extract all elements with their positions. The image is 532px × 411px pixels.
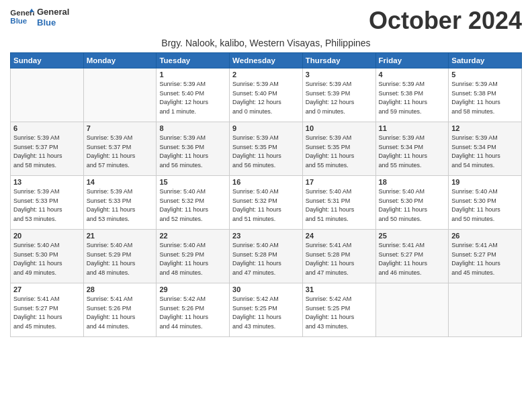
header-cell-thursday: Thursday — [302, 53, 375, 68]
week-row-5: 27Sunrise: 5:41 AM Sunset: 5:27 PM Dayli… — [11, 283, 522, 337]
day-number: 30 — [232, 285, 300, 293]
day-cell: 2Sunrise: 5:39 AM Sunset: 5:40 PM Daylig… — [230, 68, 303, 122]
day-info: Sunrise: 5:39 AM Sunset: 5:35 PM Dayligh… — [232, 134, 300, 170]
header: General Blue General Blue October 2024 — [10, 7, 522, 35]
header-cell-tuesday: Tuesday — [157, 53, 230, 68]
day-info: Sunrise: 5:39 AM Sunset: 5:39 PM Dayligh… — [306, 80, 373, 116]
day-cell: 27Sunrise: 5:41 AM Sunset: 5:27 PM Dayli… — [11, 283, 84, 337]
day-cell: 15Sunrise: 5:40 AM Sunset: 5:32 PM Dayli… — [157, 176, 230, 230]
day-cell — [11, 68, 84, 122]
day-cell: 11Sunrise: 5:39 AM Sunset: 5:34 PM Dayli… — [375, 122, 449, 176]
week-row-2: 6Sunrise: 5:39 AM Sunset: 5:37 PM Daylig… — [11, 122, 522, 176]
logo-text-blue: Blue — [37, 17, 69, 28]
week-row-3: 13Sunrise: 5:39 AM Sunset: 5:33 PM Dayli… — [11, 176, 522, 230]
day-cell: 19Sunrise: 5:40 AM Sunset: 5:30 PM Dayli… — [449, 176, 522, 230]
day-cell: 24Sunrise: 5:41 AM Sunset: 5:28 PM Dayli… — [302, 230, 375, 283]
day-number: 20 — [13, 232, 81, 240]
day-number: 8 — [159, 124, 226, 132]
day-info: Sunrise: 5:39 AM Sunset: 5:35 PM Dayligh… — [306, 134, 373, 170]
month-title: October 2024 — [369, 7, 522, 35]
day-number: 2 — [232, 71, 300, 79]
day-cell — [83, 68, 157, 122]
day-cell: 4Sunrise: 5:39 AM Sunset: 5:38 PM Daylig… — [375, 68, 449, 122]
day-cell: 7Sunrise: 5:39 AM Sunset: 5:37 PM Daylig… — [83, 122, 157, 176]
day-cell: 23Sunrise: 5:40 AM Sunset: 5:28 PM Dayli… — [230, 230, 303, 283]
logo: General Blue General Blue — [10, 7, 69, 28]
day-cell: 26Sunrise: 5:41 AM Sunset: 5:27 PM Dayli… — [449, 230, 522, 283]
day-info: Sunrise: 5:39 AM Sunset: 5:33 PM Dayligh… — [13, 187, 81, 224]
day-number: 4 — [379, 71, 446, 79]
day-info: Sunrise: 5:42 AM Sunset: 5:26 PM Dayligh… — [159, 295, 226, 331]
day-info: Sunrise: 5:40 AM Sunset: 5:30 PM Dayligh… — [379, 187, 446, 224]
day-info: Sunrise: 5:39 AM Sunset: 5:36 PM Dayligh… — [159, 134, 226, 170]
day-cell: 3Sunrise: 5:39 AM Sunset: 5:39 PM Daylig… — [302, 68, 375, 122]
day-cell — [449, 283, 522, 337]
header-cell-saturday: Saturday — [449, 53, 522, 68]
day-cell: 14Sunrise: 5:39 AM Sunset: 5:33 PM Dayli… — [83, 176, 157, 230]
day-info: Sunrise: 5:40 AM Sunset: 5:30 PM Dayligh… — [451, 187, 519, 224]
day-cell: 9Sunrise: 5:39 AM Sunset: 5:35 PM Daylig… — [230, 122, 303, 176]
calendar-table: SundayMondayTuesdayWednesdayThursdayFrid… — [10, 52, 522, 337]
day-number: 9 — [232, 124, 300, 132]
header-cell-friday: Friday — [375, 53, 449, 68]
day-number: 25 — [379, 232, 446, 240]
logo-icon: General Blue — [10, 7, 34, 28]
day-info: Sunrise: 5:40 AM Sunset: 5:29 PM Dayligh… — [159, 241, 226, 277]
day-info: Sunrise: 5:39 AM Sunset: 5:40 PM Dayligh… — [159, 80, 226, 116]
day-number: 1 — [159, 71, 226, 79]
day-info: Sunrise: 5:40 AM Sunset: 5:31 PM Dayligh… — [306, 187, 373, 224]
day-cell: 8Sunrise: 5:39 AM Sunset: 5:36 PM Daylig… — [157, 122, 230, 176]
subtitle: Brgy. Nalook, kalibo, Western Visayas, P… — [10, 38, 522, 48]
day-number: 11 — [379, 124, 446, 132]
day-number: 23 — [232, 232, 300, 240]
day-cell: 16Sunrise: 5:40 AM Sunset: 5:32 PM Dayli… — [230, 176, 303, 230]
day-info: Sunrise: 5:40 AM Sunset: 5:30 PM Dayligh… — [13, 241, 81, 277]
day-info: Sunrise: 5:39 AM Sunset: 5:37 PM Dayligh… — [87, 134, 154, 170]
day-info: Sunrise: 5:42 AM Sunset: 5:25 PM Dayligh… — [306, 295, 373, 331]
day-info: Sunrise: 5:39 AM Sunset: 5:34 PM Dayligh… — [451, 134, 519, 170]
day-cell: 21Sunrise: 5:40 AM Sunset: 5:29 PM Dayli… — [83, 230, 157, 283]
day-number: 7 — [87, 124, 154, 132]
day-number: 14 — [87, 178, 154, 186]
header-cell-sunday: Sunday — [11, 53, 84, 68]
day-info: Sunrise: 5:39 AM Sunset: 5:40 PM Dayligh… — [232, 80, 300, 116]
day-number: 22 — [159, 232, 226, 240]
day-number: 6 — [13, 124, 81, 132]
calendar-header: SundayMondayTuesdayWednesdayThursdayFrid… — [11, 53, 522, 68]
day-info: Sunrise: 5:39 AM Sunset: 5:34 PM Dayligh… — [379, 134, 446, 170]
day-info: Sunrise: 5:40 AM Sunset: 5:28 PM Dayligh… — [232, 241, 300, 277]
day-number: 12 — [451, 124, 519, 132]
day-number: 10 — [306, 124, 373, 132]
week-row-4: 20Sunrise: 5:40 AM Sunset: 5:30 PM Dayli… — [11, 230, 522, 283]
day-cell: 31Sunrise: 5:42 AM Sunset: 5:25 PM Dayli… — [302, 283, 375, 337]
day-info: Sunrise: 5:40 AM Sunset: 5:32 PM Dayligh… — [159, 187, 226, 224]
day-cell: 18Sunrise: 5:40 AM Sunset: 5:30 PM Dayli… — [375, 176, 449, 230]
day-number: 21 — [87, 232, 154, 240]
day-info: Sunrise: 5:42 AM Sunset: 5:25 PM Dayligh… — [232, 295, 300, 331]
day-cell: 12Sunrise: 5:39 AM Sunset: 5:34 PM Dayli… — [449, 122, 522, 176]
day-number: 3 — [306, 71, 373, 79]
header-row: SundayMondayTuesdayWednesdayThursdayFrid… — [11, 53, 522, 68]
day-info: Sunrise: 5:40 AM Sunset: 5:32 PM Dayligh… — [232, 187, 300, 224]
day-cell: 5Sunrise: 5:39 AM Sunset: 5:38 PM Daylig… — [449, 68, 522, 122]
day-info: Sunrise: 5:41 AM Sunset: 5:27 PM Dayligh… — [13, 295, 81, 331]
day-info: Sunrise: 5:41 AM Sunset: 5:27 PM Dayligh… — [451, 241, 519, 277]
day-cell: 13Sunrise: 5:39 AM Sunset: 5:33 PM Dayli… — [11, 176, 84, 230]
day-info: Sunrise: 5:40 AM Sunset: 5:29 PM Dayligh… — [87, 241, 154, 277]
day-cell: 20Sunrise: 5:40 AM Sunset: 5:30 PM Dayli… — [11, 230, 84, 283]
day-cell: 6Sunrise: 5:39 AM Sunset: 5:37 PM Daylig… — [11, 122, 84, 176]
day-cell: 10Sunrise: 5:39 AM Sunset: 5:35 PM Dayli… — [302, 122, 375, 176]
header-cell-wednesday: Wednesday — [230, 53, 303, 68]
day-number: 26 — [451, 232, 519, 240]
day-cell: 1Sunrise: 5:39 AM Sunset: 5:40 PM Daylig… — [157, 68, 230, 122]
day-cell: 22Sunrise: 5:40 AM Sunset: 5:29 PM Dayli… — [157, 230, 230, 283]
day-number: 5 — [451, 71, 519, 79]
day-number: 18 — [379, 178, 446, 186]
day-number: 19 — [451, 178, 519, 186]
day-number: 16 — [232, 178, 300, 186]
day-info: Sunrise: 5:41 AM Sunset: 5:27 PM Dayligh… — [379, 241, 446, 277]
svg-text:Blue: Blue — [10, 16, 27, 24]
day-cell — [375, 283, 449, 337]
day-cell: 17Sunrise: 5:40 AM Sunset: 5:31 PM Dayli… — [302, 176, 375, 230]
day-info: Sunrise: 5:41 AM Sunset: 5:26 PM Dayligh… — [87, 295, 154, 331]
